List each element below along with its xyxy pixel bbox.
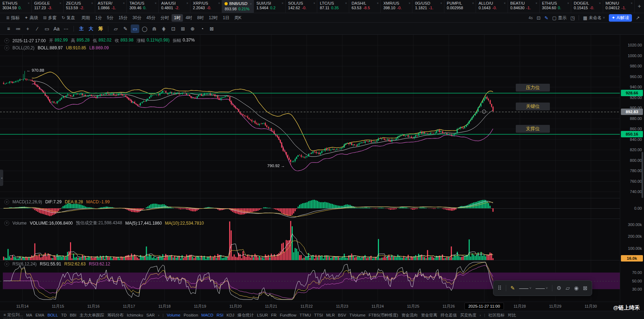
symbol-tab[interactable]: MON/U × 0.04012 -1.: [603, 0, 635, 13]
tab-close-icon[interactable]: ×: [503, 1, 506, 5]
brush-tool[interactable]: ✎: [121, 24, 130, 33]
large-view-toggle[interactable]: 大: [87, 24, 95, 33]
advanced-button[interactable]: ✦ 高级: [22, 14, 40, 22]
collapse-pane-icon[interactable]: ˅: [4, 38, 9, 43]
symbol-tab[interactable]: DASH/L × 63.53 -8.5: [349, 0, 381, 13]
replay-button[interactable]: ↻ 复盘: [59, 14, 77, 22]
indicator-boll[interactable]: BOLL: [48, 313, 58, 317]
period-button[interactable]: 1时: [172, 14, 183, 22]
indicator-ma[interactable]: MA: [26, 313, 32, 317]
symbol-tab[interactable]: XRP/US × 2.2043 -0.: [190, 0, 222, 13]
rect-select-tool[interactable]: ▭: [131, 24, 139, 33]
symbol-tab[interactable]: PUMP/L × 0.002958: [444, 0, 476, 13]
layout-template-button[interactable]: ▦ 未命名 ˅: [583, 15, 605, 21]
history-tool[interactable]: ◔: [198, 24, 206, 33]
tab-close-icon[interactable]: ×: [376, 1, 379, 5]
indicator-macd[interactable]: MACD: [201, 313, 213, 317]
indicator-fund-direction[interactable]: 资金流向: [401, 313, 418, 318]
support-level-label[interactable]: 支撑位: [516, 125, 550, 133]
symbol-tab[interactable]: GIGGLE × 117.23 -3.: [32, 0, 63, 13]
key-level-label[interactable]: 关键位: [516, 103, 550, 110]
multi-window-button[interactable]: ⊞ 多窗: [40, 14, 59, 22]
resistance-level-label[interactable]: 压力位: [516, 84, 550, 92]
symbol-tab[interactable]: ETH/US × 3034.59 0.: [0, 0, 32, 13]
line-style-select[interactable]: —— ˅: [519, 285, 531, 291]
tab-close-icon[interactable]: ×: [281, 1, 284, 5]
tab-close-icon[interactable]: ×: [345, 1, 348, 5]
rectangle-tool[interactable]: ▭: [43, 24, 51, 33]
tab-close-icon[interactable]: ×: [154, 1, 157, 5]
delete-tool[interactable]: ⊠: [207, 24, 216, 33]
period-button[interactable]: 5分: [104, 14, 116, 22]
indicators-button[interactable]: ≣ 指标: [4, 14, 22, 22]
symbol-tab[interactable]: XMR/US × 398.10 -0.: [381, 0, 412, 13]
tab-close-icon[interactable]: ×: [91, 1, 94, 5]
sidebar-collapse-handle[interactable]: ◂: [0, 170, 3, 186]
tab-close-icon[interactable]: ×: [567, 1, 570, 5]
indicator-fr[interactable]: FR: [271, 313, 276, 317]
chip-distribution-toggle[interactable]: 筹: [96, 24, 105, 33]
period-button[interactable]: 8时: [195, 14, 206, 22]
indicator-chip-distribution[interactable]: 筹码分布: [107, 313, 124, 318]
ai-analysis-button[interactable]: ✦ AI解读: [609, 14, 632, 22]
indicator-fund-divergence[interactable]: 资金背离: [421, 313, 437, 318]
tab-close-icon[interactable]: ×: [440, 1, 443, 5]
locate-button[interactable]: ≡ 定位到...: [4, 312, 23, 318]
indicator-liquidations[interactable]: 爆仓统计: [238, 313, 254, 318]
indicator-rsi[interactable]: RSI: [217, 313, 223, 317]
symbol-tab[interactable]: SOL/US × 142.62 -0.: [286, 0, 317, 13]
tab-close-icon[interactable]: ×: [186, 1, 189, 5]
trendline-tool[interactable]: ∕: [33, 24, 42, 33]
period-button[interactable]: 周K: [232, 14, 244, 22]
magnet-tool[interactable]: ⋒: [150, 24, 158, 33]
indicator-ema[interactable]: EMA: [36, 313, 44, 317]
indicator-mlr[interactable]: MLR: [326, 313, 335, 317]
vertical-scrollbar[interactable]: [642, 152, 643, 198]
symbol-tab[interactable]: BNB/USDT永续 × 893.98 0.21%: [222, 0, 254, 13]
add-tab-button[interactable]: +: [635, 0, 644, 13]
price-axis[interactable]: 928.66 892.83 850.16 16.0k 1020.001000.0…: [620, 35, 644, 311]
main-chart-toggle[interactable]: 主: [77, 24, 86, 33]
crosshair-tool[interactable]: +: [23, 24, 32, 33]
watchlist-button[interactable]: ≔: [14, 24, 22, 33]
indicator-ichimoku[interactable]: Ichimoku: [127, 313, 143, 317]
symbol-tab[interactable]: AIA/USI × 0.4801 -2.: [159, 0, 190, 13]
indicator-community[interactable]: 社区指标: [488, 313, 505, 318]
share-button[interactable]: ↗: [636, 15, 640, 21]
ellipse-tool[interactable]: ◯: [140, 24, 149, 33]
period-button[interactable]: 4时: [183, 14, 195, 22]
period-button[interactable]: 1分: [93, 14, 104, 22]
screenshot-tool[interactable]: ⊡: [169, 24, 178, 33]
indicator-bbi[interactable]: BBI: [70, 313, 76, 317]
text-tool[interactable]: Aa: [52, 24, 61, 33]
indicator-whale-orders[interactable]: 主力大单跟踪: [80, 313, 104, 318]
symbol-tab[interactable]: DOGE/L × 0.15415 -0.: [571, 0, 603, 13]
line-width-select[interactable]: —— ˅: [536, 285, 548, 291]
indicator-sar[interactable]: SAR: [146, 313, 155, 317]
more-sub-indicators-chevron[interactable]: ›: [480, 313, 481, 317]
visibility-button[interactable]: ◉: [574, 285, 579, 291]
symbol-tab[interactable]: ASTER/ × 1.0866 -1.: [95, 0, 127, 13]
indicator-ttmu[interactable]: TTMU: [299, 313, 311, 317]
symbol-tab[interactable]: ETH/US × 3034.60 0.: [540, 0, 571, 13]
indicator-ftbs[interactable]: FTBS(币种维度): [369, 313, 398, 318]
more-main-indicators-chevron[interactable]: ›: [158, 313, 159, 317]
indicator-td[interactable]: TD: [61, 313, 66, 317]
duplicate-button[interactable]: ▱: [566, 285, 570, 291]
indicator-kdj[interactable]: KDJ: [227, 313, 234, 317]
period-button[interactable]: 15分: [116, 14, 130, 22]
measure-tool[interactable]: ⋕: [159, 24, 168, 33]
symbol-tab[interactable]: LTC/US × 87.11 0.35: [317, 0, 349, 13]
period-button[interactable]: 12时: [206, 14, 220, 22]
menu-button[interactable]: ≡: [4, 24, 13, 33]
tab-close-icon[interactable]: ×: [122, 1, 125, 5]
tab-close-icon[interactable]: ×: [249, 2, 252, 6]
fullscreen-icon[interactable]: ◳: [570, 15, 575, 21]
tab-close-icon[interactable]: ×: [630, 1, 633, 5]
indicator-compare[interactable]: 对比: [508, 313, 516, 318]
period-button[interactable]: 1日: [220, 14, 232, 22]
period-button[interactable]: 30分: [130, 14, 144, 22]
tab-close-icon[interactable]: ×: [408, 1, 411, 5]
tab-close-icon[interactable]: ×: [59, 1, 62, 5]
tab-close-icon[interactable]: ×: [27, 1, 30, 5]
